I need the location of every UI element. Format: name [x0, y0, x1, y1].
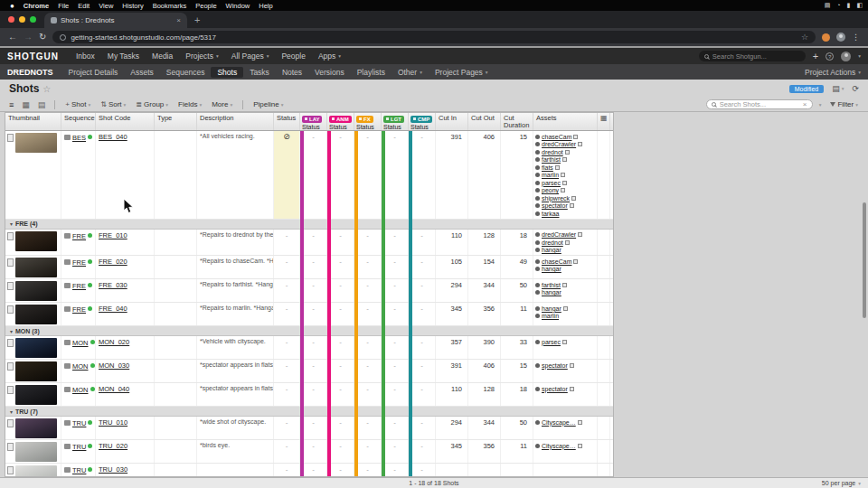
- vertical-scrollbar[interactable]: [863, 202, 866, 318]
- cut-in-cell[interactable]: 294: [436, 417, 468, 439]
- asset-link[interactable]: Cityscape…: [542, 419, 576, 426]
- cut-duration-cell[interactable]: 49: [501, 256, 533, 278]
- url-bar[interactable]: getting-started.shotgunstudio.com/page/5…: [52, 31, 816, 43]
- pipeline-status-cell[interactable]: -: [327, 440, 354, 463]
- pipeline-status-cell[interactable]: -: [300, 360, 327, 382]
- col-header-sequence[interactable]: Sequence: [61, 113, 96, 130]
- cut-out-cell[interactable]: 356: [468, 303, 501, 325]
- sequence-link[interactable]: MON: [72, 339, 89, 347]
- status-cell[interactable]: -: [274, 464, 300, 476]
- chevron-down-icon[interactable]: ▾: [858, 53, 861, 59]
- asset-link-item[interactable]: marlin: [535, 313, 595, 321]
- table-row[interactable]: MONMON_030*spectator appears in flats.--…: [5, 360, 613, 383]
- asset-link-item[interactable]: peony: [535, 187, 595, 195]
- sequence-cell[interactable]: FRE: [61, 230, 96, 256]
- group-button[interactable]: ≣ Group ▾: [133, 100, 171, 108]
- tab-project-pages[interactable]: Project Pages▾: [429, 67, 495, 78]
- sort-button[interactable]: ⇅ Sort ▾: [98, 100, 128, 108]
- appnav-item-my-tasks[interactable]: My Tasks: [101, 52, 146, 61]
- chevron-down-icon[interactable]: ▾: [819, 102, 822, 108]
- pipeline-status-cell[interactable]: -: [354, 440, 382, 463]
- cut-duration-cell[interactable]: 11: [501, 440, 533, 463]
- table-row[interactable]: FREFRE_020*Repairs to chaseCam. *Han...-…: [5, 256, 613, 279]
- status-cell[interactable]: -: [274, 279, 300, 302]
- pipeline-status-cell[interactable]: -: [409, 383, 436, 406]
- col-header-lay[interactable]: LAYStatus: [300, 113, 327, 130]
- pipeline-status-cell[interactable]: -: [409, 303, 436, 325]
- project-name[interactable]: DREDNOTS: [7, 68, 53, 77]
- status-cell[interactable]: -: [274, 383, 300, 406]
- cut-out-cell[interactable]: 344: [468, 279, 501, 302]
- shot-code-cell[interactable]: TRU_020: [96, 440, 155, 463]
- pipeline-status-cell[interactable]: -: [327, 279, 354, 302]
- table-row[interactable]: TRUTRU_030------: [5, 464, 613, 476]
- table-row[interactable]: MONMON_040*spectator appears in flats...…: [5, 383, 613, 407]
- type-cell[interactable]: [155, 464, 197, 476]
- table-row[interactable]: FREFRE_040*Repairs to marlin. *Hangar ..…: [5, 303, 613, 326]
- pipeline-status-cell[interactable]: -: [327, 383, 354, 406]
- sequence-link[interactable]: FRE: [72, 282, 86, 290]
- clear-search-icon[interactable]: ×: [803, 100, 807, 108]
- shot-code-cell[interactable]: TRU_010: [96, 417, 155, 439]
- asset-link[interactable]: flats: [542, 164, 553, 171]
- table-row[interactable]: MONMON_020*Vehicle with cityscape.------…: [5, 336, 613, 360]
- asset-link[interactable]: drednot: [542, 149, 563, 155]
- asset-link-item[interactable]: hangar: [535, 289, 595, 297]
- status-cell[interactable]: -: [274, 336, 300, 359]
- shot-code-cell[interactable]: MON_020: [96, 336, 155, 359]
- tab-sequences[interactable]: Sequences: [160, 67, 212, 78]
- type-cell[interactable]: [155, 256, 197, 278]
- asset-link[interactable]: farthist: [542, 282, 561, 288]
- pipeline-status-cell[interactable]: -: [300, 440, 327, 463]
- asset-link[interactable]: hangar: [542, 289, 561, 296]
- pipeline-status-cell[interactable]: -: [300, 383, 327, 406]
- master-detail-view-icon[interactable]: ▤: [36, 100, 48, 109]
- cut-out-cell[interactable]: 154: [468, 256, 501, 278]
- add-shot-button[interactable]: + Shot ▾: [62, 100, 93, 108]
- sequence-link[interactable]: MON: [72, 386, 89, 394]
- sequence-link[interactable]: FRE: [72, 232, 86, 240]
- pipeline-status-cell[interactable]: -: [354, 336, 382, 359]
- type-cell[interactable]: [155, 383, 197, 406]
- refresh-icon[interactable]: ⟳: [852, 84, 859, 93]
- cut-out-cell[interactable]: 406: [468, 131, 501, 219]
- cut-duration-cell[interactable]: 50: [501, 279, 533, 302]
- sequence-cell[interactable]: MON: [61, 383, 96, 406]
- sequence-cell[interactable]: FRE: [61, 256, 96, 278]
- pipeline-status-cell[interactable]: -: [354, 230, 382, 256]
- bookmark-star-icon[interactable]: ☆: [801, 33, 808, 42]
- col-header-cut-in[interactable]: Cut In: [436, 113, 468, 130]
- pipeline-status-cell[interactable]: -: [382, 360, 409, 382]
- shot-code-link[interactable]: FRE_010: [99, 231, 127, 239]
- asset-link[interactable]: spectator: [542, 386, 568, 392]
- shot-thumbnail[interactable]: [15, 281, 57, 301]
- cut-duration-cell[interactable]: 15: [501, 360, 533, 382]
- asset-link-item[interactable]: drednot: [535, 148, 595, 156]
- shot-thumbnail[interactable]: [15, 231, 57, 251]
- cut-duration-cell[interactable]: 18: [501, 230, 533, 256]
- appnav-item-projects[interactable]: Projects▾: [179, 52, 224, 61]
- asset-link[interactable]: hangar: [542, 247, 561, 253]
- pipeline-status-cell[interactable]: -: [409, 336, 436, 359]
- shot-code-cell[interactable]: MON_040: [96, 383, 155, 406]
- menubar-item-window[interactable]: Window: [222, 2, 255, 10]
- maximize-window-button[interactable]: [30, 16, 36, 23]
- menubar-item-help[interactable]: Help: [254, 2, 277, 10]
- shot-thumbnail[interactable]: [15, 361, 57, 381]
- pipeline-status-cell[interactable]: -: [409, 440, 436, 463]
- project-actions-button[interactable]: Project Actions ▾: [805, 68, 861, 77]
- pipeline-status-cell[interactable]: -: [382, 336, 409, 359]
- reload-button[interactable]: ↻: [39, 33, 46, 42]
- cut-out-cell[interactable]: 390: [468, 336, 501, 359]
- table-row[interactable]: BESBES_040*All vehicles racing.⊘-----391…: [5, 131, 613, 220]
- asset-link-item[interactable]: drednot: [535, 239, 595, 247]
- close-window-button[interactable]: [8, 16, 14, 23]
- browser-profile-icon[interactable]: [836, 33, 845, 42]
- group-header[interactable]: ▾FRE (4): [5, 220, 613, 230]
- shot-thumbnail[interactable]: [15, 305, 57, 324]
- pipeline-status-cell[interactable]: -: [300, 464, 327, 476]
- status-cell[interactable]: -: [274, 440, 300, 463]
- asset-link[interactable]: dredCrawler: [542, 141, 576, 147]
- asset-link-item[interactable]: flats: [535, 164, 595, 172]
- type-cell[interactable]: [155, 230, 197, 256]
